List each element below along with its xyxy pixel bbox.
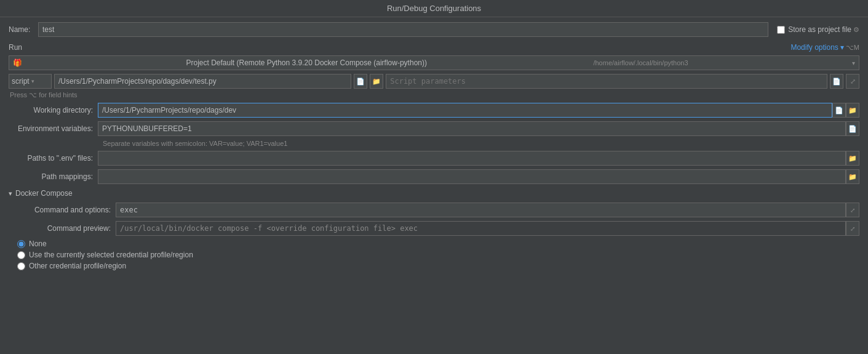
script-path-input[interactable] bbox=[54, 74, 351, 89]
radio-none-row: None bbox=[17, 239, 859, 248]
paths-env-row: Paths to ".env" files: 📁 bbox=[9, 151, 859, 166]
docker-cmd-options-row: Command and options: ⤢ bbox=[17, 203, 859, 217]
radio-other[interactable] bbox=[17, 262, 25, 270]
interpreter-label: Project Default (Remote Python 3.9.20 Do… bbox=[186, 58, 427, 67]
run-section-header: Run Modify options ▾ ⌥M bbox=[9, 43, 859, 52]
path-mappings-input-area: 📁 bbox=[98, 169, 859, 184]
path-mappings-input[interactable] bbox=[98, 169, 846, 184]
edit-params-icon[interactable]: 📄 bbox=[830, 74, 843, 89]
docker-cmd-options-label: Command and options: bbox=[17, 206, 116, 214]
script-type-dropdown[interactable]: script ▾ bbox=[9, 74, 52, 89]
credentials-group: None Use the currently selected credenti… bbox=[9, 239, 859, 270]
dropdown-arrow-icon: ▾ bbox=[852, 60, 855, 66]
run-section-title: Run bbox=[9, 43, 22, 52]
env-vars-input[interactable] bbox=[98, 121, 846, 136]
radio-other-label: Other credential profile/region bbox=[29, 262, 126, 270]
expand-cmd-options-icon[interactable]: ⤢ bbox=[846, 203, 859, 217]
name-label: Name: bbox=[9, 25, 33, 34]
docker-cmd-preview-input bbox=[116, 221, 846, 236]
radio-current[interactable] bbox=[17, 251, 25, 259]
interpreter-select[interactable]: 🎁 Project Default (Remote Python 3.9.20 … bbox=[9, 55, 859, 70]
store-project-row: Store as project file ⚙ bbox=[777, 25, 859, 34]
name-area: Name: Store as project file ⚙ bbox=[9, 22, 859, 37]
gear-icon[interactable]: ⚙ bbox=[853, 26, 859, 34]
paths-env-label: Paths to ".env" files: bbox=[9, 154, 98, 163]
modify-options-shortcut: ⌥M bbox=[846, 44, 859, 52]
path-mappings-label: Path mappings: bbox=[9, 172, 98, 181]
interpreter-icon: 🎁 bbox=[13, 58, 22, 67]
expand-params-icon[interactable]: ⤢ bbox=[846, 74, 859, 89]
chevron-down-icon: ▾ bbox=[840, 43, 844, 52]
folder-script-icon[interactable]: 📁 bbox=[370, 74, 383, 89]
env-vars-input-area: 📄 bbox=[98, 121, 859, 136]
store-project-checkbox[interactable] bbox=[777, 26, 785, 34]
working-dir-input-area: 📄 📁 bbox=[98, 103, 859, 118]
working-dir-label: Working directory: bbox=[9, 106, 98, 115]
edit-working-dir-icon[interactable]: 📄 bbox=[832, 103, 846, 118]
folder-working-dir-icon[interactable]: 📁 bbox=[846, 103, 859, 118]
radio-current-label: Use the currently selected credential pr… bbox=[29, 251, 193, 259]
working-dir-input[interactable] bbox=[98, 103, 832, 118]
dialog-title-text: Run/Debug Configurations bbox=[387, 4, 481, 13]
docker-compose-content: Command and options: ⤢ Command preview: … bbox=[9, 203, 859, 236]
radio-none-label: None bbox=[29, 239, 47, 248]
dropdown-arrow-icon: ▾ bbox=[31, 78, 34, 84]
docker-cmd-preview-row: Command preview: ⤢ bbox=[17, 221, 859, 236]
paths-env-input[interactable] bbox=[98, 151, 846, 166]
path-mappings-row: Path mappings: 📁 bbox=[9, 169, 859, 184]
name-input[interactable] bbox=[38, 22, 768, 37]
folder-env-icon[interactable]: 📁 bbox=[846, 151, 859, 166]
docker-cmd-preview-label: Command preview: bbox=[17, 224, 116, 233]
dialog-title: Run/Debug Configurations bbox=[0, 0, 868, 17]
store-project-label: Store as project file bbox=[788, 25, 851, 34]
script-row: script ▾ 📄 📁 📄 ⤢ bbox=[9, 74, 859, 89]
docker-compose-label: Docker Compose bbox=[15, 189, 73, 198]
expand-cmd-preview-icon[interactable]: ⤢ bbox=[846, 221, 859, 236]
modify-options-link[interactable]: Modify options ▾ ⌥M bbox=[790, 43, 859, 52]
working-dir-row: Working directory: 📄 📁 bbox=[9, 103, 859, 118]
collapse-arrow-icon: ▾ bbox=[9, 190, 12, 198]
modify-options-label: Modify options bbox=[790, 43, 838, 52]
folder-mappings-icon[interactable]: 📁 bbox=[846, 169, 859, 184]
field-hint: Press ⌥ for field hints bbox=[9, 91, 859, 99]
env-vars-label: Environment variables: bbox=[9, 124, 98, 133]
script-type-label: script bbox=[12, 77, 30, 86]
edit-script-icon[interactable]: 📄 bbox=[354, 74, 367, 89]
interpreter-path: /home/airflow/.local/bin/python3 bbox=[593, 59, 688, 66]
docker-cmd-options-input[interactable] bbox=[116, 203, 846, 217]
edit-env-icon[interactable]: 📄 bbox=[846, 121, 859, 136]
docker-compose-section-header[interactable]: ▾ Docker Compose bbox=[9, 188, 859, 199]
paths-env-input-area: 📁 bbox=[98, 151, 859, 166]
radio-none[interactable] bbox=[17, 240, 25, 248]
radio-other-row: Other credential profile/region bbox=[17, 262, 859, 270]
env-hint: Separate variables with semicolon: VAR=v… bbox=[9, 140, 859, 147]
env-vars-row: Environment variables: 📄 bbox=[9, 121, 859, 136]
radio-current-row: Use the currently selected credential pr… bbox=[17, 251, 859, 259]
interpreter-row: 🎁 Project Default (Remote Python 3.9.20 … bbox=[9, 55, 859, 70]
script-params-input[interactable] bbox=[386, 74, 827, 89]
